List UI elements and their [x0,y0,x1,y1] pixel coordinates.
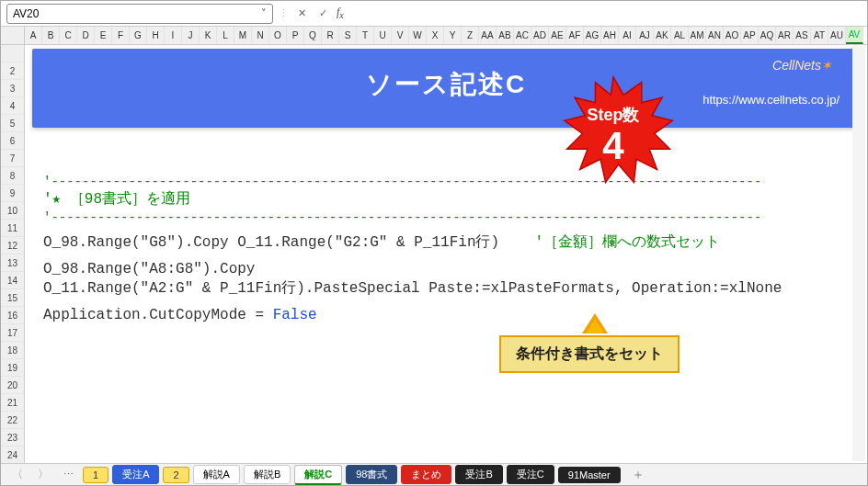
col-O[interactable]: O [269,27,287,44]
tab-orderC[interactable]: 受注C [507,465,554,484]
enter-icon[interactable]: ✓ [315,7,331,19]
row-14[interactable]: 14 [1,272,24,289]
col-V[interactable]: V [392,27,409,44]
tab-matome[interactable]: まとめ [401,465,451,484]
col-Q[interactable]: Q [304,27,322,44]
row-1[interactable] [1,45,24,62]
col-AD[interactable]: AD [531,27,549,44]
add-sheet-icon[interactable]: ＋ [624,467,652,483]
code-area: '---------------------------------------… [43,174,849,324]
col-E[interactable]: E [95,27,112,44]
col-AU[interactable]: AU [828,27,846,44]
row-6[interactable]: 6 [1,132,24,150]
row-2[interactable]: 2 [1,62,24,80]
col-AL[interactable]: AL [671,27,689,44]
col-AJ[interactable]: AJ [636,27,654,44]
code-keyword: False [273,307,317,323]
col-J[interactable]: J [182,27,200,44]
col-I[interactable]: I [165,27,182,44]
row-20[interactable]: 20 [1,377,24,394]
tab-1[interactable]: 1 [83,467,108,483]
col-AP[interactable]: AP [741,27,759,44]
col-AT[interactable]: AT [811,27,828,44]
col-W[interactable]: W [409,27,427,44]
col-AA[interactable]: AA [479,27,497,44]
col-AE[interactable]: AE [549,27,566,44]
row-4[interactable]: 4 [1,97,24,115]
col-AC[interactable]: AC [514,27,531,44]
tab-orderA[interactable]: 受注A [112,465,159,484]
col-Y[interactable]: Y [444,27,462,44]
col-H[interactable]: H [147,27,165,44]
tab-orderB[interactable]: 受注B [455,465,502,484]
row-24[interactable]: 24 [1,446,24,464]
col-AF[interactable]: AF [566,27,584,44]
row-22[interactable]: 22 [1,412,24,429]
callout-arrow-inner [586,319,604,333]
col-B[interactable]: B [42,27,60,44]
col-AK[interactable]: AK [654,27,671,44]
row-9[interactable]: 9 [1,185,24,202]
vertical-scrollbar[interactable] [852,45,865,461]
row-17[interactable]: 17 [1,324,24,342]
col-U[interactable]: U [374,27,392,44]
col-AG[interactable]: AG [584,27,601,44]
row-16[interactable]: 16 [1,307,24,324]
row-21[interactable]: 21 [1,394,24,412]
row-11[interactable]: 11 [1,220,24,237]
row-12[interactable]: 12 [1,237,24,254]
col-M[interactable]: M [234,27,252,44]
col-Z[interactable]: Z [462,27,479,44]
tab-nav-next-icon[interactable]: 〉 [32,467,54,482]
col-AS[interactable]: AS [794,27,811,44]
row-18[interactable]: 18 [1,342,24,359]
fx-icon[interactable]: fx [337,6,344,20]
tab-91master[interactable]: 91Master [558,467,621,483]
row-19[interactable]: 19 [1,359,24,377]
col-AN[interactable]: AN [706,27,724,44]
col-X[interactable]: X [427,27,444,44]
col-R[interactable]: R [322,27,339,44]
col-AI[interactable]: AI [619,27,636,44]
col-AM[interactable]: AM [689,27,706,44]
row-15[interactable]: 15 [1,289,24,307]
tab-nav-prev-icon[interactable]: 〈 [6,467,29,482]
col-AQ[interactable]: AQ [759,27,776,44]
col-K[interactable]: K [200,27,217,44]
tab-kaisetsuC[interactable]: 解説C [294,465,342,485]
tab-nav-dots-icon[interactable]: ⋯ [58,469,79,480]
row-13[interactable]: 13 [1,254,24,272]
code-text: O_98.Range("G8").Copy O_11.Range("G2:G" … [43,234,499,251]
col-D[interactable]: D [77,27,95,44]
col-AB[interactable]: AB [497,27,514,44]
tab-98format[interactable]: 98書式 [346,465,397,484]
row-7[interactable]: 7 [1,150,24,167]
tab-2[interactable]: 2 [163,467,188,483]
col-G[interactable]: G [130,27,147,44]
col-N[interactable]: N [252,27,269,44]
cancel-icon[interactable]: ✕ [294,7,310,19]
col-AV[interactable]: AV [846,27,863,44]
formula-input[interactable] [349,4,862,24]
cells[interactable]: ソース記述C CellNets✶ https://www.cellnets.co… [25,45,867,464]
col-A[interactable]: A [25,27,42,44]
name-box-dropdown-icon[interactable]: ˅ [256,7,272,19]
col-L[interactable]: L [217,27,234,44]
col-S[interactable]: S [339,27,357,44]
col-AO[interactable]: AO [724,27,741,44]
row-3[interactable]: 3 [1,80,24,97]
row-8[interactable]: 8 [1,167,24,185]
row-23[interactable]: 23 [1,429,24,446]
tab-kaisetsuA[interactable]: 解説A [193,465,240,484]
col-T[interactable]: T [357,27,374,44]
tab-kaisetsuB[interactable]: 解説B [244,465,291,484]
col-C[interactable]: C [60,27,77,44]
col-F[interactable]: F [112,27,130,44]
name-box[interactable] [7,6,256,22]
col-P[interactable]: P [287,27,304,44]
row-5[interactable]: 5 [1,115,24,132]
col-AH[interactable]: AH [601,27,619,44]
select-all-corner[interactable] [1,27,25,44]
col-AR[interactable]: AR [776,27,794,44]
row-10[interactable]: 10 [1,202,24,220]
